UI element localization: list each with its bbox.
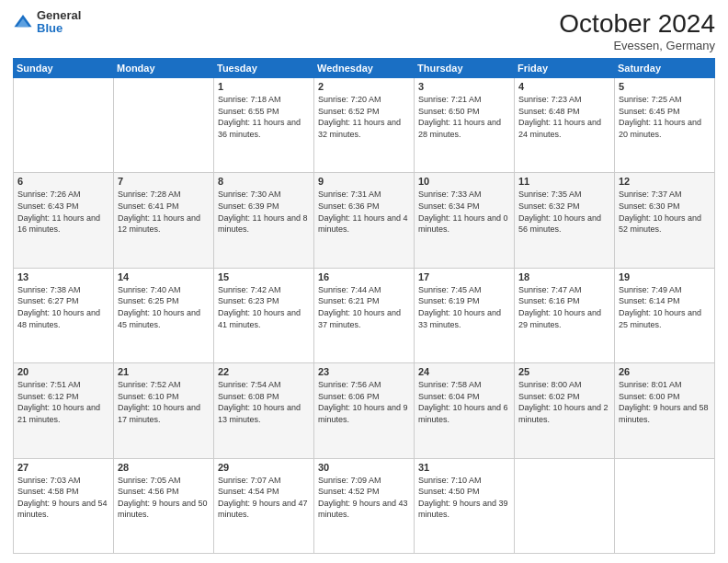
title-section: October 2024 Evessen, Germany	[559, 9, 715, 52]
day-number: 14	[118, 271, 210, 282]
day-number: 8	[218, 176, 310, 187]
logo: General Blue	[13, 9, 81, 36]
calendar-cell: 21Sunrise: 7:52 AMSunset: 6:10 PMDayligh…	[114, 363, 214, 458]
day-info: Sunrise: 7:56 AMSunset: 6:06 PMDaylight:…	[318, 379, 410, 425]
calendar-cell: 10Sunrise: 7:33 AMSunset: 6:34 PMDayligh…	[415, 173, 515, 268]
day-info: Sunrise: 7:30 AMSunset: 6:39 PMDaylight:…	[218, 189, 310, 235]
calendar-cell: 22Sunrise: 7:54 AMSunset: 6:08 PMDayligh…	[214, 363, 314, 458]
day-number: 31	[418, 462, 510, 473]
calendar-cell: 24Sunrise: 7:58 AMSunset: 6:04 PMDayligh…	[415, 363, 515, 458]
col-friday: Friday	[515, 59, 615, 78]
col-thursday: Thursday	[415, 59, 515, 78]
day-info: Sunrise: 7:40 AMSunset: 6:25 PMDaylight:…	[118, 284, 210, 330]
calendar-cell: 3Sunrise: 7:21 AMSunset: 6:50 PMDaylight…	[415, 78, 515, 173]
day-info: Sunrise: 7:21 AMSunset: 6:50 PMDaylight:…	[418, 94, 510, 140]
calendar-week-3: 13Sunrise: 7:38 AMSunset: 6:27 PMDayligh…	[14, 268, 715, 362]
day-number: 11	[518, 176, 610, 187]
day-info: Sunrise: 7:03 AMSunset: 4:58 PMDaylight:…	[17, 475, 109, 521]
day-number: 4	[518, 81, 610, 92]
logo-text: General Blue	[37, 9, 81, 36]
calendar-cell: 16Sunrise: 7:44 AMSunset: 6:21 PMDayligh…	[314, 268, 415, 362]
day-number: 7	[118, 176, 210, 187]
day-info: Sunrise: 8:00 AMSunset: 6:02 PMDaylight:…	[518, 379, 610, 425]
day-info: Sunrise: 7:26 AMSunset: 6:43 PMDaylight:…	[17, 189, 109, 235]
day-number: 6	[17, 176, 109, 187]
day-number: 25	[518, 366, 610, 377]
calendar-week-1: 1Sunrise: 7:18 AMSunset: 6:55 PMDaylight…	[14, 78, 715, 173]
calendar-cell: 7Sunrise: 7:28 AMSunset: 6:41 PMDaylight…	[114, 173, 214, 268]
calendar-cell	[14, 78, 114, 173]
day-info: Sunrise: 7:09 AMSunset: 4:52 PMDaylight:…	[318, 475, 410, 521]
day-info: Sunrise: 7:31 AMSunset: 6:36 PMDaylight:…	[318, 189, 410, 235]
day-number: 5	[619, 81, 711, 92]
calendar-cell: 19Sunrise: 7:49 AMSunset: 6:14 PMDayligh…	[615, 268, 715, 362]
day-info: Sunrise: 7:42 AMSunset: 6:23 PMDaylight:…	[218, 284, 310, 330]
calendar-cell: 27Sunrise: 7:03 AMSunset: 4:58 PMDayligh…	[14, 458, 114, 553]
day-number: 22	[218, 366, 310, 377]
calendar-week-2: 6Sunrise: 7:26 AMSunset: 6:43 PMDaylight…	[14, 173, 715, 268]
day-info: Sunrise: 7:44 AMSunset: 6:21 PMDaylight:…	[318, 284, 410, 330]
day-number: 2	[318, 81, 410, 92]
day-info: Sunrise: 7:18 AMSunset: 6:55 PMDaylight:…	[218, 94, 310, 140]
day-info: Sunrise: 7:38 AMSunset: 6:27 PMDaylight:…	[17, 284, 109, 330]
calendar-cell: 1Sunrise: 7:18 AMSunset: 6:55 PMDaylight…	[214, 78, 314, 173]
day-info: Sunrise: 7:54 AMSunset: 6:08 PMDaylight:…	[218, 379, 310, 425]
location: Evessen, Germany	[559, 39, 715, 52]
day-info: Sunrise: 7:37 AMSunset: 6:30 PMDaylight:…	[619, 189, 711, 235]
col-monday: Monday	[114, 59, 214, 78]
calendar-header-row: Sunday Monday Tuesday Wednesday Thursday…	[14, 59, 715, 78]
calendar-cell: 25Sunrise: 8:00 AMSunset: 6:02 PMDayligh…	[515, 363, 615, 458]
day-info: Sunrise: 8:01 AMSunset: 6:00 PMDaylight:…	[619, 379, 711, 425]
calendar-cell	[114, 78, 214, 173]
calendar-cell: 2Sunrise: 7:20 AMSunset: 6:52 PMDaylight…	[314, 78, 415, 173]
day-number: 16	[318, 271, 410, 282]
day-number: 13	[17, 271, 109, 282]
calendar-week-5: 27Sunrise: 7:03 AMSunset: 4:58 PMDayligh…	[14, 458, 715, 553]
calendar-cell: 30Sunrise: 7:09 AMSunset: 4:52 PMDayligh…	[314, 458, 415, 553]
day-number: 21	[118, 366, 210, 377]
day-number: 19	[619, 271, 711, 282]
calendar-cell: 11Sunrise: 7:35 AMSunset: 6:32 PMDayligh…	[515, 173, 615, 268]
day-info: Sunrise: 7:49 AMSunset: 6:14 PMDaylight:…	[619, 284, 711, 330]
day-number: 9	[318, 176, 410, 187]
calendar-cell	[615, 458, 715, 553]
calendar-cell: 15Sunrise: 7:42 AMSunset: 6:23 PMDayligh…	[214, 268, 314, 362]
calendar-cell: 8Sunrise: 7:30 AMSunset: 6:39 PMDaylight…	[214, 173, 314, 268]
calendar-cell: 12Sunrise: 7:37 AMSunset: 6:30 PMDayligh…	[615, 173, 715, 268]
calendar-cell: 4Sunrise: 7:23 AMSunset: 6:48 PMDaylight…	[515, 78, 615, 173]
calendar-cell	[515, 458, 615, 553]
col-saturday: Saturday	[615, 59, 715, 78]
month-title: October 2024	[559, 9, 715, 39]
calendar-cell: 20Sunrise: 7:51 AMSunset: 6:12 PMDayligh…	[14, 363, 114, 458]
day-info: Sunrise: 7:07 AMSunset: 4:54 PMDaylight:…	[218, 475, 310, 521]
calendar-cell: 23Sunrise: 7:56 AMSunset: 6:06 PMDayligh…	[314, 363, 415, 458]
day-number: 27	[17, 462, 109, 473]
day-info: Sunrise: 7:05 AMSunset: 4:56 PMDaylight:…	[118, 475, 210, 521]
day-info: Sunrise: 7:20 AMSunset: 6:52 PMDaylight:…	[318, 94, 410, 140]
day-info: Sunrise: 7:35 AMSunset: 6:32 PMDaylight:…	[518, 189, 610, 235]
day-number: 23	[318, 366, 410, 377]
day-number: 17	[418, 271, 510, 282]
calendar-cell: 28Sunrise: 7:05 AMSunset: 4:56 PMDayligh…	[114, 458, 214, 553]
col-sunday: Sunday	[14, 59, 114, 78]
day-number: 1	[218, 81, 310, 92]
header: General Blue October 2024 Evessen, Germa…	[13, 9, 715, 52]
day-info: Sunrise: 7:47 AMSunset: 6:16 PMDaylight:…	[518, 284, 610, 330]
calendar-cell: 9Sunrise: 7:31 AMSunset: 6:36 PMDaylight…	[314, 173, 415, 268]
day-number: 28	[118, 462, 210, 473]
calendar-cell: 29Sunrise: 7:07 AMSunset: 4:54 PMDayligh…	[214, 458, 314, 553]
logo-icon	[13, 12, 33, 32]
logo-blue: Blue	[37, 22, 81, 35]
day-info: Sunrise: 7:45 AMSunset: 6:19 PMDaylight:…	[418, 284, 510, 330]
day-info: Sunrise: 7:58 AMSunset: 6:04 PMDaylight:…	[418, 379, 510, 425]
calendar-cell: 26Sunrise: 8:01 AMSunset: 6:00 PMDayligh…	[615, 363, 715, 458]
day-info: Sunrise: 7:28 AMSunset: 6:41 PMDaylight:…	[118, 189, 210, 235]
day-number: 10	[418, 176, 510, 187]
calendar-cell: 13Sunrise: 7:38 AMSunset: 6:27 PMDayligh…	[14, 268, 114, 362]
day-number: 30	[318, 462, 410, 473]
page: General Blue October 2024 Evessen, Germa…	[0, 0, 728, 563]
calendar-cell: 31Sunrise: 7:10 AMSunset: 4:50 PMDayligh…	[415, 458, 515, 553]
col-tuesday: Tuesday	[214, 59, 314, 78]
day-number: 26	[619, 366, 711, 377]
calendar-table: Sunday Monday Tuesday Wednesday Thursday…	[13, 58, 715, 554]
